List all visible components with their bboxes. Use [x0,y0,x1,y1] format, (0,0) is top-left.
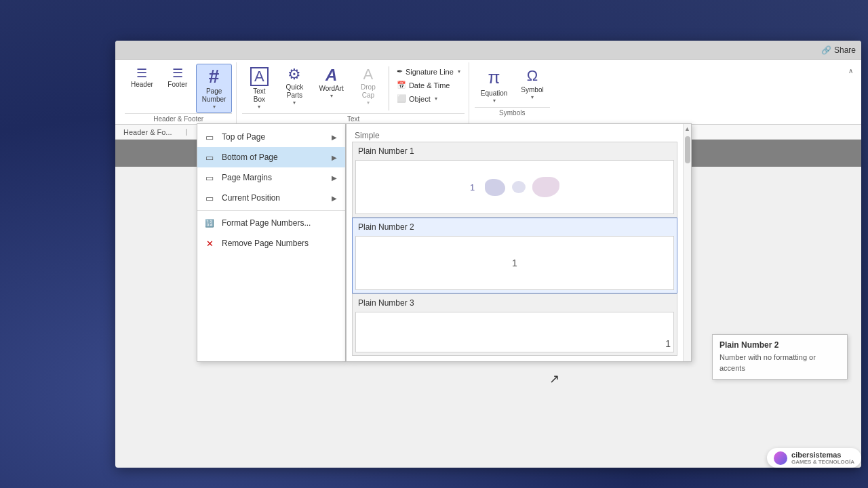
dropdown-item-remove-page-numbers-label: Remove Page Numbers [222,239,337,248]
footer-icon: ☰ [172,67,183,79]
submenu-panel: Simple Plain Number 1 1 [346,123,692,362]
gallery-section-title: Simple [352,129,677,142]
submenu-scrollbar[interactable]: ▲ [683,124,691,361]
symbol-icon: Ω [527,67,538,85]
decorative-blobs: 1 [470,177,559,197]
submenu-content: Simple Plain Number 1 1 [347,124,683,361]
wordart-icon: A [326,67,337,83]
ribbon-btn-equation[interactable]: π Equation ▾ [475,64,513,107]
ribbon-btn-wordart-label: WordArt [319,85,344,93]
dropdown-item-current-position[interactable]: ▭ Current Position ▶ [197,188,345,208]
wordart-caret-icon: ▾ [330,93,333,99]
ribbon-section-symbols-content: π Equation ▾ Ω Symbol ▾ [475,62,550,107]
dropdown-item-bottom-of-page[interactable]: ▭ Bottom of Page ▶ [197,147,345,167]
top-of-page-icon: ▭ [203,130,216,144]
dropdown-item-page-margins[interactable]: ▭ Page Margins ▶ [197,167,345,188]
ribbon-btn-equation-label: Equation [481,89,507,98]
blob-3 [532,177,559,197]
gallery-item-plain-number-3[interactable]: Plain Number 3 1 [352,293,677,356]
ribbon-row: ☰ Header ☰ Footer # PageNumber ▾ [121,62,856,124]
gallery-preview-plain-number-1: 1 [355,160,674,214]
word-window: 🔗 Share ☰ Header ☰ Footer [115,41,861,468]
gallery-preview-plain-number-3: 1 [355,312,674,352]
dropdown-item-current-position-label: Current Position [222,193,326,203]
ribbon-btn-footer-label: Footer [167,81,187,89]
equation-caret-icon: ▾ [493,98,496,104]
ribbon-btn-footer[interactable]: ☰ Footer [161,64,195,92]
logo-name: cibersistemas [791,451,841,459]
drop-cap-caret-icon: ▾ [367,100,370,106]
ribbon-btn-object-label: Object [409,95,431,103]
dropdown-item-bottom-of-page-label: Bottom of Page [222,152,326,162]
signature-line-arrow-icon: ▾ [458,68,460,75]
ribbon-separator-1 [389,66,389,110]
quick-parts-icon: ⚙ [288,67,301,82]
ribbon-section-text-content: A TextBox ▾ ⚙ QuickParts ▾ A WordArt [242,62,464,113]
dropdown-item-format-page-numbers-label: Format Page Numbers... [222,218,337,228]
header-footer-section-label: Header & Fo... [123,128,172,136]
ribbon-section-symbols: π Equation ▾ Ω Symbol ▾ Symbols [471,62,554,118]
share-label: Share [834,45,856,55]
gallery-item-plain-number-1[interactable]: Plain Number 1 1 [352,142,677,218]
ribbon-btn-text-box-label: TextBox [253,87,265,104]
blob-2 [512,181,526,193]
drop-cap-icon: A [363,67,374,82]
ribbon-btn-symbol-label: Symbol [521,86,543,94]
logo-text-container: cibersistemas GAMES & TECNOLOGÍA [791,451,854,465]
share-button[interactable]: 🔗 Share [821,45,856,55]
ribbon-btn-object[interactable]: ⬜ Object ▾ [393,92,465,105]
ribbon-right-group: ✒ Signature Line ▾ 📅 Date & Time ⬜ Objec… [393,64,465,106]
page-margins-icon: ▭ [203,171,216,184]
ribbon-collapse-button[interactable]: ∧ [845,65,856,76]
gallery-item-plain-number-2-title: Plain Number 2 [355,221,674,236]
share-icon: 🔗 [821,45,831,55]
quick-parts-caret-icon: ▾ [293,100,296,106]
ribbon-section-symbols-label: Symbols [475,107,550,118]
gallery-item-plain-number-2[interactable]: Plain Number 2 1 [352,218,677,293]
page-number-caret-icon: ▾ [213,104,216,110]
header-icon: ☰ [136,67,147,79]
ribbon-btn-signature-line[interactable]: ✒ Signature Line ▾ [393,65,465,78]
scrollbar-thumb[interactable] [685,136,690,163]
ribbon: ☰ Header ☰ Footer # PageNumber ▾ [115,60,861,125]
gallery-preview-plain-number-2: 1 [355,236,674,290]
top-of-page-arrow-icon: ▶ [332,134,337,141]
ribbon-btn-drop-cap[interactable]: A DropCap ▾ [351,64,385,109]
ribbon-btn-wordart[interactable]: A WordArt ▾ [313,64,350,102]
page-margins-arrow-icon: ▶ [332,174,337,182]
ribbon-section-header-footer-label: Header & Footer [125,113,232,124]
plain-number-2-number: 1 [512,258,517,268]
submenu-scroll-area: Simple Plain Number 1 1 [347,124,691,361]
format-page-numbers-icon: 🔢 [203,216,216,230]
ribbon-btn-page-number-label: PageNumber [202,87,226,104]
ribbon-btn-date-time-label: Date & Time [409,81,450,89]
page-number-dropdown: ▭ Top of Page ▶ ▭ Bottom of Page ▶ ▭ Pag… [197,123,346,362]
dropdown-item-remove-page-numbers[interactable]: ✕ Remove Page Numbers [197,233,345,253]
title-bar: 🔗 Share [115,41,861,60]
dropdown-item-top-of-page[interactable]: ▭ Top of Page ▶ [197,127,345,147]
dropdown-item-format-page-numbers[interactable]: 🔢 Format Page Numbers... [197,213,345,233]
tooltip-title: Plain Number 2 [719,340,840,350]
logo-subtitle: GAMES & TECNOLOGÍA [791,459,854,465]
object-arrow-icon: ▾ [435,96,437,102]
ribbon-btn-quick-parts[interactable]: ⚙ QuickParts ▾ [277,64,311,109]
ribbon-btn-text-box[interactable]: A TextBox ▾ [242,64,276,113]
signature-line-icon: ✒ [397,67,403,76]
object-icon: ⬜ [397,94,406,103]
tooltip-box: Plain Number 2 Number with no formatting… [712,334,848,380]
text-box-caret-icon: ▾ [258,104,260,110]
ribbon-btn-header[interactable]: ☰ Header [125,64,159,92]
ribbon-section-text: A TextBox ▾ ⚙ QuickParts ▾ A WordArt [238,62,469,124]
mouse-cursor: ↗ [549,371,559,386]
ribbon-section-content: ☰ Header ☰ Footer # PageNumber ▾ [125,62,232,113]
ribbon-btn-symbol[interactable]: Ω Symbol ▾ [515,64,549,104]
scroll-up-arrow[interactable]: ▲ [683,124,691,134]
text-box-icon: A [250,67,269,86]
section-separator: | [186,128,188,136]
ribbon-btn-signature-line-label: Signature Line [406,68,454,76]
ribbon-btn-header-label: Header [131,81,153,89]
ribbon-btn-date-time[interactable]: 📅 Date & Time [393,79,465,92]
gallery-item-plain-number-3-title: Plain Number 3 [355,297,674,312]
ribbon-section-text-label: Text [242,113,464,124]
ribbon-btn-page-number[interactable]: # PageNumber ▾ [196,64,233,113]
